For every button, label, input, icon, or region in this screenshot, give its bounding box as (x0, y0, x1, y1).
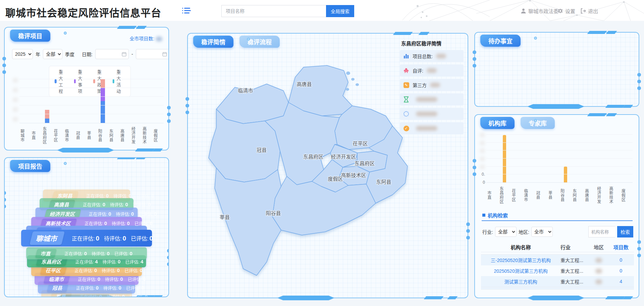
decoration (117, 157, 137, 159)
decoration (57, 148, 114, 152)
column-header: 行业 (560, 244, 590, 251)
settings-button[interactable]: 设置 (557, 7, 575, 14)
report-card-stats: 正在评估:0待评估:0已评估:0 (79, 293, 148, 298)
citywide-project-total: 全市项目数: (129, 35, 162, 42)
report-card-region: 聊城市 (30, 231, 65, 245)
column-header: 项目数 (608, 244, 634, 251)
decoration (135, 148, 155, 151)
x-axis-label: 经济开发 (596, 185, 608, 206)
stat: 已评估:0 (139, 211, 157, 217)
decoration (185, 97, 189, 114)
decoration (167, 106, 171, 123)
y-axis-label: 0. (482, 172, 485, 177)
y-axis-label: 0 (483, 180, 485, 185)
map-label-东昌府区: 东昌府区 (303, 154, 323, 160)
current-user[interactable]: 聊城市政法委 (521, 7, 558, 14)
stat: 已评估:0 (133, 201, 151, 208)
bar-slot-市直 (31, 79, 42, 123)
menu-icon[interactable] (182, 7, 191, 14)
logout-button[interactable]: 退出 (580, 7, 598, 14)
user-name: 聊城市政法委 (528, 7, 558, 14)
projects-panel-badge[interactable]: 稳评项目 (10, 30, 50, 42)
table-row: 测试第三方机构重大工程...4 (481, 276, 634, 287)
report-card-stats: 正在评估:0待评估:0已评估:0 (78, 276, 146, 282)
org-name-link[interactable]: 三-20250520测试第三方机构 (491, 258, 551, 263)
decoration (534, 37, 537, 40)
stat: 正在评估:0 (74, 267, 97, 273)
x-axis-label: 莘县 (86, 125, 97, 146)
bar-slot-经济开发 (130, 79, 142, 123)
report-card-stats: 正在评估:0待评估:0已评估:0 (76, 285, 144, 291)
redacted-y-axis (9, 78, 18, 122)
industry-select[interactable]: 全部 (495, 227, 517, 237)
x-axis-label: 冠县 (535, 185, 547, 206)
map-label-阳谷县: 阳谷县 (266, 210, 281, 216)
info-row-label: 第三方 (413, 82, 427, 88)
redacted-value (430, 83, 440, 87)
org-name-link[interactable]: 20250520测试第三方机构 (494, 268, 547, 274)
settings-label: 设置 (565, 7, 575, 14)
page-title: 聊城市社会稳定风险评估信息平台 (5, 5, 161, 19)
report-region-carousel[interactable]: 东阿县正在评估:0待评估:0已评估:0高唐县正在评估:0待评估:0已评估:0经济… (5, 158, 168, 297)
decoration (623, 105, 633, 108)
org-name-link[interactable]: 测试第三方机构 (504, 279, 537, 285)
todo-panel-badge[interactable]: 待办事宜 (480, 35, 521, 47)
stat: 已评估:0 (136, 192, 154, 199)
report-card-stats: 正在评估:0待评估:0已评估:0 (72, 234, 153, 242)
redacted-value (416, 97, 437, 102)
org-tab-机构库[interactable]: 机构库 (480, 117, 515, 129)
stat: 已评估:0 (126, 285, 144, 291)
table-header-row: 机构名称行业地区项目数 (481, 242, 634, 252)
stat: 已评估:0 (135, 220, 153, 226)
stat: 待评估:0 (92, 250, 110, 257)
edit-icon: ✎ (403, 82, 409, 88)
org-chart-y-axis: 00. (478, 132, 485, 183)
map-tab-稳评简情[interactable]: 稳评简情 (193, 36, 233, 48)
industry-label: 行业: (482, 228, 493, 235)
x-axis-label: 东阿县 (108, 125, 119, 146)
org-table: 机构名称行业地区项目数三-20250520测试第三方机构重大工程...02025… (481, 242, 634, 290)
quarter-select[interactable]: 全部 (43, 49, 62, 59)
bar-slot-临清市 (64, 79, 75, 123)
total-label: 全市项目数: (129, 36, 154, 41)
year-select[interactable]: 2025 (12, 49, 33, 59)
report-card-聊城市[interactable]: 聊城市正在评估:0待评估:0已评估:0 (21, 230, 152, 247)
x-axis-label: 东昌府区 (498, 185, 511, 206)
decoration (534, 119, 537, 122)
redacted-y-label (13, 88, 18, 92)
map-region-shenxian[interactable] (215, 168, 281, 275)
gear-icon (557, 8, 563, 14)
x-axis-label: 茌平区 (53, 125, 64, 146)
org-search-button[interactable]: 检索 (617, 226, 633, 237)
info-row: ✓ (400, 122, 464, 134)
decoration (277, 296, 334, 300)
stat: 正在评估:0 (76, 285, 99, 291)
table-row: 20250520测试第三方机构重大工程...0 (481, 265, 634, 276)
map-label-冠县: 冠县 (257, 147, 267, 153)
global-search-input[interactable] (221, 5, 326, 17)
bar-slot-高唐县 (119, 79, 130, 123)
map-tab-稳评流程[interactable]: 稳评流程 (239, 36, 280, 48)
decoration (64, 32, 67, 35)
org-name-input[interactable] (588, 226, 615, 237)
report-panel-badge[interactable]: 项目报告 (10, 160, 50, 172)
decoration (605, 105, 625, 108)
org-industry: 重大工程... (560, 257, 590, 263)
decoration (153, 295, 163, 297)
district-brief-card: 东昌府区稳评简情 项目总数:自评:✎第三方✓ (400, 38, 464, 137)
org-tabs: 机构库专家库 (480, 117, 555, 129)
region-select[interactable]: 全市 (531, 227, 553, 237)
x-axis-label: 高新技术 (142, 125, 153, 146)
date-end-input[interactable] (136, 49, 168, 59)
info-row (400, 93, 464, 105)
section-divider (482, 220, 633, 221)
quarter-unit-label: 季度 (65, 51, 74, 57)
map-label-度假区: 度假区 (328, 176, 343, 182)
date-start-input[interactable] (95, 49, 129, 59)
org-tab-专家库[interactable]: 专家库 (521, 117, 555, 129)
x-axis-label: 临清市 (64, 125, 75, 146)
x-axis-label: 市直 (486, 185, 498, 206)
global-search-button[interactable]: 全局搜索 (326, 5, 354, 17)
decoration (606, 31, 617, 34)
report-card-市直[interactable]: 市直正在评估:0待评估:0已评估:0 (26, 247, 147, 259)
